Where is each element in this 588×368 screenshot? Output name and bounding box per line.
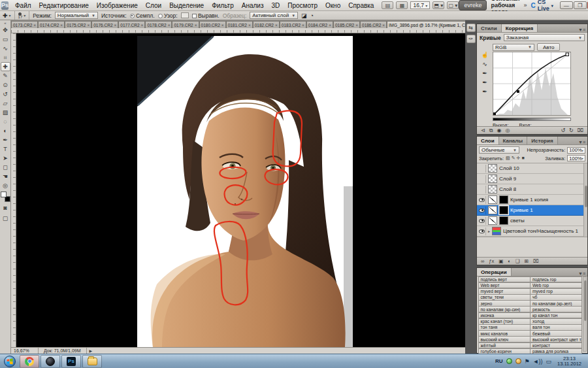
menu-item[interactable]: Окно	[321, 1, 344, 10]
tab-close-icon[interactable]: ×	[221, 23, 224, 27]
adjustment-footer-icon[interactable]: ⧉	[489, 127, 493, 134]
toolbar-collapse-icon[interactable]: «	[4, 21, 6, 25]
tab-close-icon[interactable]: ×	[248, 23, 251, 27]
layers-footer-icon[interactable]: ▣	[498, 258, 503, 264]
arrange-documents-icon[interactable]: ⬒ ▾	[433, 1, 444, 9]
document-tab[interactable]: 0173.CR2 ×	[11, 21, 38, 28]
tool-button[interactable]: ✎	[1, 71, 10, 80]
menu-item[interactable]: Фильтр	[208, 1, 238, 10]
curves-rail-icon[interactable]: ☝	[481, 52, 488, 58]
tool-button[interactable]: ✚	[1, 62, 10, 71]
layer-row-selected[interactable]: Кривые 1	[477, 205, 587, 216]
curves-grid[interactable]	[493, 52, 571, 116]
tool-button[interactable]: ⌗	[1, 53, 10, 62]
tool-button[interactable]: ✒	[1, 135, 10, 144]
aligned-checkbox[interactable]: Выравн.	[192, 12, 220, 19]
tray-flag-icon[interactable]: ⚑	[525, 358, 530, 365]
foreground-color-swatch[interactable]	[1, 192, 7, 197]
volume-icon[interactable]: ◄))	[533, 358, 543, 365]
taskbar-photoshop-button[interactable]: Ps	[61, 355, 81, 368]
tool-button[interactable]: ∿	[1, 44, 10, 53]
tab-close-icon[interactable]: ×	[114, 23, 117, 27]
tab-close-icon[interactable]: ×	[382, 23, 385, 27]
tablet-pressure-icon[interactable]: ◔	[310, 12, 314, 19]
visibility-toggle[interactable]	[478, 165, 486, 173]
sample-select[interactable]: Активный слой▼	[250, 12, 298, 19]
lock-icon[interactable]: ✎	[512, 156, 515, 161]
document-tab[interactable]: 0182.CR2 ×	[253, 21, 280, 28]
curves-rail-icon[interactable]: ✒	[482, 88, 487, 95]
panel-menu-icon[interactable]: ▼≡	[576, 271, 587, 276]
color-swatches[interactable]	[1, 192, 10, 202]
workspace-overflow-chevrons[interactable]: »	[524, 2, 527, 8]
minimize-button[interactable]: —	[560, 1, 573, 9]
actions-scrollbar[interactable]	[583, 276, 587, 352]
tab-close-icon[interactable]: ×	[87, 23, 90, 27]
layer-row[interactable]: Слой 10	[477, 163, 587, 174]
ignore-adjustment-layers-icon[interactable]: ◪	[301, 12, 307, 19]
curves-layer-thumbnail[interactable]	[488, 216, 497, 225]
adjustment-footer-icon[interactable]: ◉	[497, 127, 501, 134]
photo-document[interactable]	[137, 36, 353, 347]
menu-item[interactable]: Анализ	[238, 1, 268, 10]
tab-adjustments[interactable]: Коррекция	[502, 24, 538, 32]
lock-icon[interactable]: ▧	[506, 156, 510, 161]
tool-button[interactable]: T	[1, 144, 10, 154]
document-tab[interactable]: 0179.CR2 ×	[172, 21, 199, 28]
layer-thumbnail[interactable]	[488, 175, 497, 183]
visibility-toggle[interactable]	[478, 175, 486, 183]
tab-styles[interactable]: Стили	[477, 24, 502, 32]
tab-close-icon[interactable]: ×	[141, 23, 144, 27]
document-tab[interactable]: 0178.CR2 ×	[145, 21, 172, 28]
adjustment-footer-icon[interactable]: ⌧	[578, 127, 583, 133]
tab-close-icon[interactable]: ×	[60, 23, 63, 27]
tool-button[interactable]: ▭	[1, 35, 10, 44]
tool-button[interactable]: ➤	[1, 154, 10, 163]
layer-thumbnail[interactable]	[488, 185, 497, 193]
layers-footer-icon[interactable]: ƒx	[489, 258, 494, 264]
tab-channels[interactable]: Каналы	[499, 137, 528, 144]
network-icon[interactable]: ▭	[546, 358, 552, 365]
menu-item[interactable]: Изображение	[93, 1, 142, 10]
curves-rail-icon[interactable]: ✒	[482, 70, 487, 76]
auto-button[interactable]: Авто	[537, 43, 560, 51]
tab-close-icon[interactable]: ×	[168, 23, 171, 27]
launch-bridge-icon[interactable]: ▤	[382, 1, 393, 9]
document-tab[interactable]: 0183.CR2 ×	[280, 21, 306, 28]
pattern-swatch[interactable]	[181, 12, 189, 18]
tool-button[interactable]: ◻	[1, 163, 10, 172]
taskbar-explorer-button[interactable]	[82, 355, 102, 368]
menu-item[interactable]: Редактирование	[35, 1, 93, 10]
taskbar-clock[interactable]: 23:13 13.11.2012	[555, 356, 584, 367]
adjustment-footer-icon[interactable]: ↺	[561, 127, 565, 133]
tool-button[interactable]: ◎	[1, 181, 10, 190]
menu-item[interactable]: Справка	[344, 1, 378, 10]
tool-button[interactable]: ☚	[1, 172, 10, 181]
source-pattern-radio[interactable]: Узор:	[158, 12, 178, 19]
layer-row[interactable]: ▸ Цветовой тон/Насыщенность 1	[477, 226, 587, 237]
lock-icon[interactable]: ■	[521, 156, 524, 161]
layer-mask-thumbnail[interactable]	[499, 195, 508, 204]
restore-button[interactable]: ❐	[574, 1, 587, 9]
tab-layers[interactable]: Слои	[477, 137, 499, 144]
zoom-level-field[interactable]: 16,7 ▾	[410, 1, 430, 9]
view-extras-icon[interactable]: ▦	[396, 1, 408, 9]
tab-close-icon[interactable]: ×	[33, 23, 36, 27]
panel-menu-icon[interactable]: ▼≡	[576, 140, 587, 144]
visibility-toggle[interactable]	[478, 186, 486, 193]
layers-footer-icon[interactable]: ⊞	[525, 258, 529, 264]
tab-actions[interactable]: Операции	[477, 268, 512, 276]
curves-layer-thumbnail[interactable]	[488, 206, 497, 214]
document-tab[interactable]: 0180.CR2 ×	[199, 21, 226, 28]
curves-rail-icon[interactable]: ✒	[482, 79, 487, 86]
layer-row[interactable]: Кривые 1 копия	[477, 195, 587, 205]
document-tab[interactable]: 0175.CR2 ×	[65, 21, 91, 28]
panel-menu-icon[interactable]: ▼≡	[576, 27, 587, 32]
screen-mode-button[interactable]: ▢	[1, 214, 10, 223]
tab-close-icon[interactable]: ×	[355, 23, 358, 27]
document-tab[interactable]: 0176.CR2 ×	[91, 21, 118, 28]
huesat-layer-thumbnail[interactable]	[492, 227, 501, 235]
status-zoom-field[interactable]: 16,67%	[11, 348, 39, 354]
tray-amber-app-icon[interactable]	[515, 358, 521, 364]
collapsed-panel-icon[interactable]: ⇆	[466, 24, 476, 32]
